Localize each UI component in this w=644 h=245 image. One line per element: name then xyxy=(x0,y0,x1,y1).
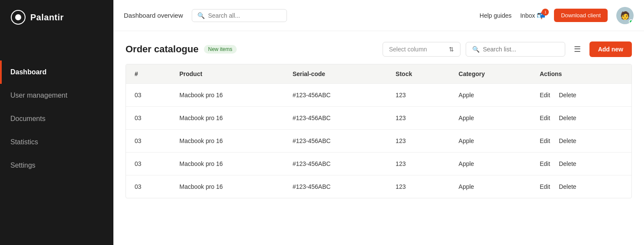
delete-button[interactable]: Delete xyxy=(559,115,576,121)
catalogue-title: Order catalogue xyxy=(126,44,199,55)
cell-serial: #123-456ABC xyxy=(284,84,387,107)
topbar-right: Help guides Inbox 📬 1 Download client 🧑 xyxy=(480,7,634,24)
edit-button[interactable]: Edit xyxy=(540,183,550,190)
avatar[interactable]: 🧑 xyxy=(616,7,634,24)
sort-icon: ⇅ xyxy=(449,46,454,53)
cell-stock: 123 xyxy=(387,175,450,198)
sidebar-item-settings[interactable]: Settings xyxy=(0,154,113,177)
logo-text: Palantir xyxy=(30,13,64,22)
edit-button[interactable]: Edit xyxy=(540,115,550,121)
delete-button[interactable]: Delete xyxy=(559,183,576,190)
search-list-box[interactable]: 🔍 xyxy=(466,42,565,57)
table-row: 03 Macbook pro 16 #123-456ABC 123 Apple … xyxy=(126,153,631,175)
cell-actions: Edit Delete xyxy=(531,84,631,107)
cell-category: Apple xyxy=(450,175,531,198)
content-area: Order catalogue New items Select column … xyxy=(113,31,644,245)
col-header-actions: Actions xyxy=(531,64,631,84)
cell-product: Macbook pro 16 xyxy=(171,175,283,198)
sidebar-item-dashboard[interactable]: Dashboard xyxy=(0,60,113,84)
sidebar: Palantir Dashboard User management Docum… xyxy=(0,0,113,245)
delete-button[interactable]: Delete xyxy=(559,92,576,99)
cell-actions: Edit Delete xyxy=(531,175,631,198)
col-header-product: Product xyxy=(171,64,283,84)
main-content: Dashboard overview 🔍 Help guides Inbox 📬… xyxy=(113,0,644,245)
sidebar-item-user-management[interactable]: User management xyxy=(0,84,113,107)
col-header-stock: Stock xyxy=(387,64,450,84)
add-new-button[interactable]: Add new xyxy=(589,41,632,57)
cell-serial: #123-456ABC xyxy=(284,153,387,175)
inbox-button[interactable]: Inbox 📬 1 xyxy=(520,11,545,19)
cell-category: Apple xyxy=(450,107,531,130)
global-search-box[interactable]: 🔍 xyxy=(192,9,287,22)
new-items-badge: New items xyxy=(204,45,237,54)
cell-stock: 123 xyxy=(387,84,450,107)
delete-button[interactable]: Delete xyxy=(559,137,576,144)
help-guides-link[interactable]: Help guides xyxy=(480,12,512,19)
download-client-button[interactable]: Download client xyxy=(554,9,608,22)
sidebar-nav: Dashboard User management Documents Stat… xyxy=(0,60,113,177)
cell-num: 03 xyxy=(126,153,171,175)
topbar: Dashboard overview 🔍 Help guides Inbox 📬… xyxy=(113,0,644,31)
page-title: Dashboard overview xyxy=(124,12,183,19)
cell-serial: #123-456ABC xyxy=(284,175,387,198)
cell-serial: #123-456ABC xyxy=(284,130,387,153)
col-header-serial: Serial-code xyxy=(284,64,387,84)
search-icon: 🔍 xyxy=(197,12,205,19)
search-list-input[interactable] xyxy=(483,46,559,53)
sidebar-item-documents[interactable]: Documents xyxy=(0,107,113,130)
order-catalogue-table: # Product Serial-code Stock Category Act… xyxy=(126,64,632,198)
palantir-logo-icon xyxy=(10,10,26,25)
cell-actions: Edit Delete xyxy=(531,130,631,153)
inbox-badge: 1 xyxy=(542,9,549,16)
select-column-dropdown[interactable]: Select column ⇅ xyxy=(383,42,460,57)
table-row: 03 Macbook pro 16 #123-456ABC 123 Apple … xyxy=(126,130,631,153)
cell-category: Apple xyxy=(450,153,531,175)
cell-stock: 123 xyxy=(387,153,450,175)
catalogue-toolbar: Order catalogue New items Select column … xyxy=(126,41,632,57)
cell-actions: Edit Delete xyxy=(531,153,631,175)
cell-stock: 123 xyxy=(387,107,450,130)
table-row: 03 Macbook pro 16 #123-456ABC 123 Apple … xyxy=(126,107,631,130)
inbox-label: Inbox xyxy=(520,12,535,19)
edit-button[interactable]: Edit xyxy=(540,160,550,167)
filter-button[interactable]: ☰ xyxy=(570,43,584,56)
delete-button[interactable]: Delete xyxy=(559,160,576,167)
table-row: 03 Macbook pro 16 #123-456ABC 123 Apple … xyxy=(126,84,631,107)
global-search-input[interactable] xyxy=(208,12,281,19)
cell-num: 03 xyxy=(126,107,171,130)
table-header-row: # Product Serial-code Stock Category Act… xyxy=(126,64,631,84)
table-row: 03 Macbook pro 16 #123-456ABC 123 Apple … xyxy=(126,175,631,198)
cell-product: Macbook pro 16 xyxy=(171,130,283,153)
select-column-label: Select column xyxy=(389,46,445,53)
cell-num: 03 xyxy=(126,130,171,153)
cell-category: Apple xyxy=(450,130,531,153)
cell-category: Apple xyxy=(450,84,531,107)
cell-actions: Edit Delete xyxy=(531,107,631,130)
cell-product: Macbook pro 16 xyxy=(171,153,283,175)
cell-product: Macbook pro 16 xyxy=(171,107,283,130)
edit-button[interactable]: Edit xyxy=(540,137,550,144)
col-header-num: # xyxy=(126,64,171,84)
cell-num: 03 xyxy=(126,175,171,198)
cell-num: 03 xyxy=(126,84,171,107)
edit-button[interactable]: Edit xyxy=(540,92,550,99)
col-header-category: Category xyxy=(450,64,531,84)
svg-point-1 xyxy=(15,14,21,20)
sidebar-logo: Palantir xyxy=(0,0,113,35)
search-list-icon: 🔍 xyxy=(472,46,480,53)
sidebar-item-statistics[interactable]: Statistics xyxy=(0,130,113,154)
avatar-online-indicator xyxy=(629,19,633,24)
cell-serial: #123-456ABC xyxy=(284,107,387,130)
cell-product: Macbook pro 16 xyxy=(171,84,283,107)
cell-stock: 123 xyxy=(387,130,450,153)
